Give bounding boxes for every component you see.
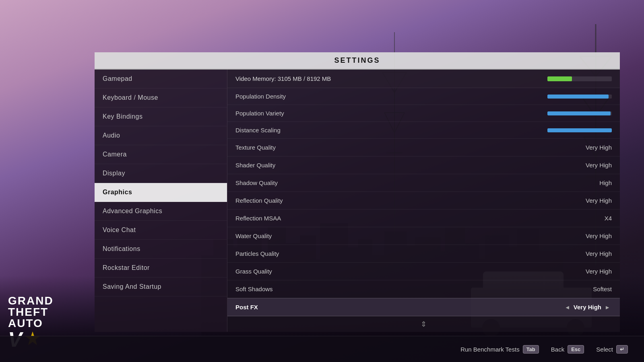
- slider-track-population-density[interactable]: [547, 95, 612, 99]
- slider-track-distance-scaling[interactable]: [547, 128, 612, 132]
- video-memory-bar: [547, 76, 612, 81]
- back-key: Esc: [568, 345, 584, 354]
- sidebar-item-keyboard-mouse[interactable]: Keyboard / Mouse: [95, 88, 227, 107]
- setting-row-grass-quality[interactable]: Grass Quality Very High: [227, 263, 620, 280]
- label-reflection-quality: Reflection Quality: [235, 197, 586, 204]
- back-label: Back: [551, 346, 564, 353]
- post-fx-arrow-left[interactable]: ◄: [565, 304, 570, 311]
- settings-panel: SETTINGS Gamepad Keyboard / Mouse Key Bi…: [95, 52, 620, 336]
- sidebar-item-display[interactable]: Display: [95, 164, 227, 183]
- settings-main-content: Video Memory: 3105 MB / 8192 MB Populati…: [227, 70, 620, 332]
- setting-row-reflection-quality[interactable]: Reflection Quality Very High: [227, 192, 620, 210]
- slider-label-population-density: Population Density: [235, 93, 547, 100]
- bottom-bar: Run Benchmark Tests Tab Back Esc Select …: [0, 336, 644, 362]
- action-run-benchmark[interactable]: Run Benchmark Tests Tab: [460, 345, 539, 354]
- video-memory-row: Video Memory: 3105 MB / 8192 MB: [227, 70, 620, 88]
- logo-line1: grand: [8, 295, 54, 306]
- run-benchmark-label: Run Benchmark Tests: [460, 346, 519, 353]
- settings-body: Gamepad Keyboard / Mouse Key Bindings Au…: [95, 70, 620, 332]
- sidebar-item-graphics[interactable]: Graphics: [95, 183, 227, 202]
- setting-row-texture-quality[interactable]: Texture Quality Very High: [227, 139, 620, 156]
- setting-row-particles-quality[interactable]: Particles Quality Very High: [227, 245, 620, 263]
- slider-label-population-variety: Population Variety: [235, 110, 547, 117]
- slider-row-distance-scaling[interactable]: Distance Scaling: [227, 122, 620, 139]
- setting-row-post-fx[interactable]: Post FX ◄ Very High ►: [227, 298, 620, 316]
- settings-sidebar: Gamepad Keyboard / Mouse Key Bindings Au…: [95, 70, 227, 332]
- label-shadow-quality: Shadow Quality: [235, 179, 599, 186]
- slider-fill-distance-scaling: [547, 128, 612, 132]
- video-memory-label: Video Memory: 3105 MB / 8192 MB: [235, 75, 547, 82]
- label-post-fx: Post FX: [235, 304, 563, 311]
- value-post-fx: ◄ Very High ►: [563, 304, 612, 311]
- settings-title: SETTINGS: [334, 56, 380, 64]
- value-soft-shadows: Softest: [593, 286, 612, 292]
- sidebar-item-key-bindings[interactable]: Key Bindings: [95, 107, 227, 126]
- value-reflection-quality: Very High: [586, 197, 612, 204]
- sidebar-item-advanced-graphics[interactable]: Advanced Graphics: [95, 202, 227, 221]
- post-fx-arrow-right[interactable]: ►: [605, 304, 610, 311]
- slider-row-population-density[interactable]: Population Density: [227, 88, 620, 105]
- label-shader-quality: Shader Quality: [235, 162, 586, 169]
- sidebar-item-notifications[interactable]: Notifications: [95, 240, 227, 259]
- sidebar-item-voice-chat[interactable]: Voice Chat: [95, 221, 227, 240]
- value-shader-quality: Very High: [586, 162, 612, 169]
- select-key: ↵: [616, 345, 628, 354]
- setting-row-water-quality[interactable]: Water Quality Very High: [227, 227, 620, 245]
- value-shadow-quality: High: [599, 179, 612, 186]
- select-label: Select: [596, 346, 613, 353]
- sidebar-item-gamepad[interactable]: Gamepad: [95, 70, 227, 88]
- slider-fill-population-variety: [547, 111, 611, 115]
- sidebar-item-saving-startup[interactable]: Saving And Startup: [95, 278, 227, 296]
- slider-row-population-variety[interactable]: Population Variety: [227, 105, 620, 122]
- logo-line3: auto: [8, 318, 54, 329]
- slider-label-distance-scaling: Distance Scaling: [235, 127, 547, 134]
- setting-row-soft-shadows[interactable]: Soft Shadows Softest: [227, 280, 620, 298]
- setting-row-shader-quality[interactable]: Shader Quality Very High: [227, 156, 620, 174]
- logo-line2: theft: [8, 306, 54, 318]
- value-texture-quality: Very High: [586, 144, 612, 151]
- settings-title-bar: SETTINGS: [95, 52, 620, 70]
- video-memory-fill: [547, 76, 572, 81]
- sidebar-item-audio[interactable]: Audio: [95, 126, 227, 145]
- label-grass-quality: Grass Quality: [235, 268, 586, 275]
- action-select[interactable]: Select ↵: [596, 345, 628, 354]
- label-reflection-msaa: Reflection MSAA: [235, 215, 605, 222]
- scroll-up-down-icon[interactable]: ⇕: [421, 320, 427, 329]
- slider-fill-population-density: [547, 95, 609, 99]
- value-reflection-msaa: X4: [605, 215, 612, 222]
- scroll-arrows: ⇕: [227, 316, 620, 332]
- slider-track-population-variety[interactable]: [547, 111, 612, 115]
- label-water-quality: Water Quality: [235, 232, 586, 239]
- run-benchmark-key: Tab: [523, 345, 539, 354]
- value-water-quality: Very High: [586, 232, 612, 239]
- label-particles-quality: Particles Quality: [235, 250, 586, 257]
- setting-row-reflection-msaa[interactable]: Reflection MSAA X4: [227, 210, 620, 227]
- sidebar-item-camera[interactable]: Camera: [95, 145, 227, 164]
- label-texture-quality: Texture Quality: [235, 144, 586, 151]
- setting-row-shadow-quality[interactable]: Shadow Quality High: [227, 174, 620, 192]
- sidebar-item-rockstar-editor[interactable]: Rockstar Editor: [95, 259, 227, 278]
- value-grass-quality: Very High: [586, 268, 612, 275]
- value-particles-quality: Very High: [586, 250, 612, 257]
- action-back[interactable]: Back Esc: [551, 345, 584, 354]
- label-soft-shadows: Soft Shadows: [235, 286, 593, 292]
